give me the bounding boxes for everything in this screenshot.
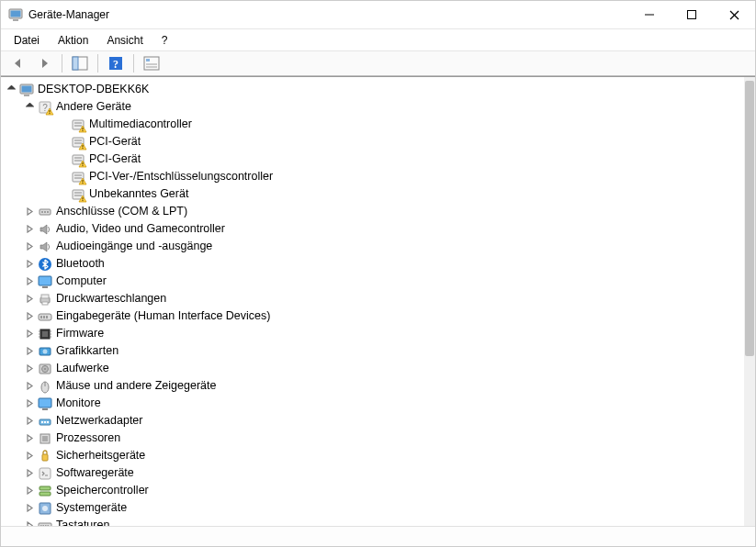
device-generic-icon bbox=[71, 187, 85, 202]
chevron-down-icon[interactable] bbox=[5, 84, 17, 96]
tree-root[interactable]: DESKTOP-DBEKK6K bbox=[5, 81, 744, 98]
app-icon bbox=[8, 7, 23, 22]
gpu-icon bbox=[38, 344, 52, 359]
tree-item-label: DESKTOP-DBEKK6K bbox=[38, 81, 154, 98]
tree-category[interactable]: Computer bbox=[5, 273, 744, 290]
tree-item-label: Tastaturen bbox=[56, 517, 115, 526]
speaker-icon bbox=[38, 240, 52, 254]
tree-item-label: Druckwarteschlangen bbox=[56, 290, 172, 307]
tree-item-label: Audioeingänge und -ausgänge bbox=[56, 238, 218, 255]
window-title: Geräte-Manager bbox=[28, 8, 628, 21]
device-generic-icon bbox=[71, 152, 85, 167]
chevron-right-icon[interactable] bbox=[23, 328, 36, 340]
monitor-icon bbox=[38, 396, 52, 411]
chevron-down-icon[interactable] bbox=[23, 101, 36, 114]
chevron-right-icon[interactable] bbox=[23, 380, 36, 393]
back-button[interactable] bbox=[6, 53, 30, 73]
port-icon bbox=[38, 205, 52, 219]
tree-item-label: Speichercontroller bbox=[56, 482, 154, 499]
vertical-scrollbar[interactable] bbox=[744, 77, 755, 526]
tree-category[interactable]: Anschlüsse (COM & LPT) bbox=[5, 203, 744, 220]
chevron-right-icon[interactable] bbox=[23, 293, 36, 306]
tree-category[interactable]: Netzwerkadapter bbox=[5, 412, 744, 430]
chevron-right-icon[interactable] bbox=[23, 240, 36, 253]
tree-item-other-device[interactable]: Unbekanntes Gerät bbox=[5, 185, 744, 203]
tree-item-label: Sicherheitsgeräte bbox=[56, 447, 151, 464]
tree-item-label: Computer bbox=[56, 273, 112, 290]
content-area: DESKTOP-DBEKK6KAndere GeräteMultimediaco… bbox=[1, 76, 755, 526]
device-generic-icon bbox=[71, 170, 85, 184]
menu-action[interactable]: Aktion bbox=[49, 31, 97, 50]
tree-item-label: Bluetooth bbox=[56, 255, 110, 273]
maximize-button[interactable] bbox=[671, 1, 713, 28]
svg-rect-62 bbox=[73, 57, 78, 70]
tree-category[interactable]: Eingabegeräte (Human Interface Devices) bbox=[5, 307, 744, 325]
chevron-right-icon[interactable] bbox=[23, 223, 36, 236]
cpu-icon bbox=[38, 431, 52, 446]
printer-icon bbox=[38, 292, 52, 307]
tree-item-other-device[interactable]: PCI-Gerät bbox=[5, 151, 744, 168]
tree-category[interactable]: Laufwerke bbox=[5, 360, 744, 377]
tree-category[interactable]: Audio, Video und Gamecontroller bbox=[5, 220, 744, 238]
tree-category-other-devices[interactable]: Andere Geräte bbox=[5, 98, 744, 116]
chevron-right-icon[interactable] bbox=[23, 450, 36, 463]
tree-item-other-device[interactable]: PCI-Gerät bbox=[5, 133, 744, 151]
svg-rect-66 bbox=[146, 59, 150, 61]
tree-category[interactable]: Druckwarteschlangen bbox=[5, 290, 744, 307]
tree-category[interactable]: Monitore bbox=[5, 395, 744, 412]
forward-button[interactable] bbox=[32, 53, 56, 73]
tree-category[interactable]: Systemgeräte bbox=[5, 499, 744, 517]
tree-category[interactable]: Firmware bbox=[5, 325, 744, 342]
tree-item-other-device[interactable]: PCI-Ver-/Entschlüsselungscontroller bbox=[5, 168, 744, 185]
tree-category[interactable]: Bluetooth bbox=[5, 255, 744, 273]
tree-item-label: Unbekanntes Gerät bbox=[89, 185, 194, 203]
tree-item-other-device[interactable]: Multimediacontroller bbox=[5, 116, 744, 133]
titlebar: Geräte-Manager bbox=[1, 1, 755, 28]
tree-category[interactable]: Sicherheitsgeräte bbox=[5, 447, 744, 464]
tree-item-label: Eingabegeräte (Human Interface Devices) bbox=[56, 307, 276, 325]
statusbar bbox=[1, 526, 755, 546]
tree-category[interactable]: Audioeingänge und -ausgänge bbox=[5, 238, 744, 255]
system-icon bbox=[38, 501, 52, 516]
tree-category[interactable]: Mäuse und andere Zeigegeräte bbox=[5, 377, 744, 395]
chip-icon bbox=[38, 327, 52, 341]
chevron-right-icon[interactable] bbox=[23, 432, 36, 445]
svg-rect-67 bbox=[146, 63, 157, 65]
close-button[interactable] bbox=[713, 1, 755, 28]
tree-item-label: Mäuse und andere Zeigegeräte bbox=[56, 377, 221, 395]
chevron-right-icon[interactable] bbox=[23, 519, 36, 527]
chevron-right-icon[interactable] bbox=[23, 258, 36, 271]
chevron-right-icon[interactable] bbox=[23, 502, 36, 515]
properties-button[interactable] bbox=[140, 53, 164, 73]
device-tree[interactable]: DESKTOP-DBEKK6KAndere GeräteMultimediaco… bbox=[1, 77, 744, 526]
chevron-right-icon[interactable] bbox=[23, 467, 36, 480]
menu-help[interactable]: ? bbox=[152, 31, 177, 50]
chevron-right-icon[interactable] bbox=[23, 485, 36, 497]
scrollbar-thumb[interactable] bbox=[745, 81, 754, 356]
svg-rect-58 bbox=[688, 11, 696, 19]
network-icon bbox=[38, 414, 52, 429]
menu-file[interactable]: Datei bbox=[5, 31, 49, 50]
chevron-right-icon[interactable] bbox=[23, 310, 36, 323]
minimize-button[interactable] bbox=[628, 1, 671, 28]
speaker-icon bbox=[38, 222, 52, 237]
tree-category[interactable]: Softwaregeräte bbox=[5, 464, 744, 482]
storage-icon bbox=[38, 484, 52, 498]
chevron-right-icon[interactable] bbox=[23, 206, 36, 218]
menu-view[interactable]: Ansicht bbox=[97, 31, 152, 50]
tree-item-label: PCI-Gerät bbox=[89, 133, 146, 151]
chevron-right-icon[interactable] bbox=[23, 415, 36, 428]
chevron-right-icon[interactable] bbox=[23, 275, 36, 288]
tree-item-label: Andere Geräte bbox=[56, 98, 137, 116]
tree-item-label: PCI-Gerät bbox=[89, 151, 146, 168]
chevron-right-icon[interactable] bbox=[23, 345, 36, 358]
tree-item-label: Netzwerkadapter bbox=[56, 412, 149, 430]
tree-category[interactable]: Tastaturen bbox=[5, 517, 744, 526]
tree-category[interactable]: Grafikkarten bbox=[5, 342, 744, 360]
chevron-right-icon[interactable] bbox=[23, 397, 36, 410]
tree-category[interactable]: Prozessoren bbox=[5, 430, 744, 447]
show-hide-tree-button[interactable] bbox=[68, 53, 92, 73]
chevron-right-icon[interactable] bbox=[23, 363, 36, 375]
tree-category[interactable]: Speichercontroller bbox=[5, 482, 744, 499]
help-button[interactable]: ? bbox=[104, 53, 128, 73]
